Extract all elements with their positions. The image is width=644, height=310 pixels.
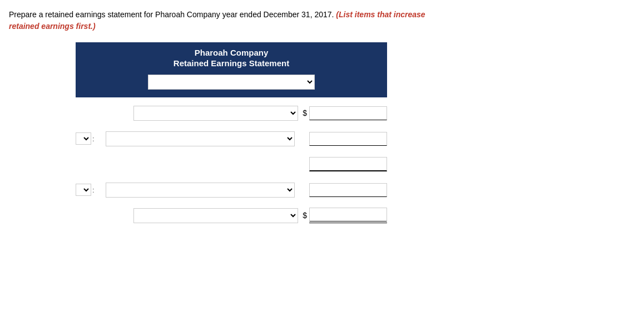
form-rows: $ : [76, 97, 387, 237]
row2-value-input[interactable] [309, 132, 387, 146]
row3-value-input[interactable] [309, 157, 387, 171]
statement-header: Pharoah Company Retained Earnings Statem… [76, 42, 387, 97]
statement-container: Pharoah Company Retained Earnings Statem… [76, 42, 387, 237]
dollar-sign-1: $ [303, 109, 307, 117]
row1-label-select[interactable] [133, 106, 298, 121]
row2-label-select[interactable] [106, 131, 295, 146]
company-name: Pharoah Company [87, 48, 376, 57]
row2-colon: : [92, 135, 95, 143]
form-row-3 [76, 154, 387, 174]
dollar-sign-5: $ [303, 211, 307, 220]
form-row-2: : [76, 129, 387, 149]
row1-value-input[interactable] [309, 106, 387, 120]
row4-colon: : [92, 186, 95, 194]
row5-value-input[interactable] [309, 208, 387, 223]
row4-value-input[interactable] [309, 183, 387, 197]
statement-title: Retained Earnings Statement [87, 58, 376, 68]
row5-label-select[interactable] [133, 208, 298, 223]
row4-label-select[interactable] [106, 183, 295, 198]
form-row-1: $ [76, 103, 387, 123]
row4-left-select[interactable] [76, 184, 91, 196]
period-select[interactable] [148, 75, 315, 90]
instructions-main-text: Prepare a retained earnings statement fo… [9, 10, 336, 19]
row2-left-select[interactable] [76, 132, 91, 145]
form-row-5: $ [76, 205, 387, 225]
instructions-paragraph: Prepare a retained earnings statement fo… [9, 9, 426, 32]
form-row-4: : [76, 180, 387, 200]
